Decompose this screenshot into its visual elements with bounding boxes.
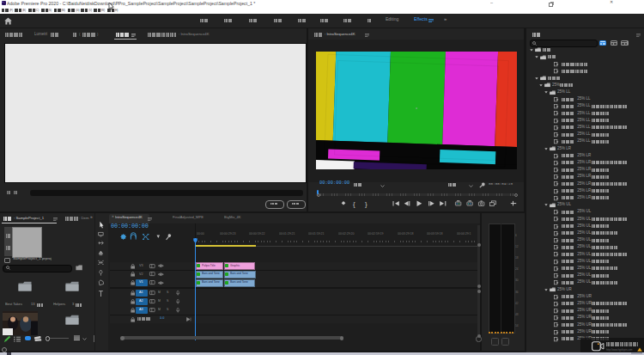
- svg-text:{: {: [353, 200, 355, 208]
- svg-text:}: }: [365, 200, 368, 208]
